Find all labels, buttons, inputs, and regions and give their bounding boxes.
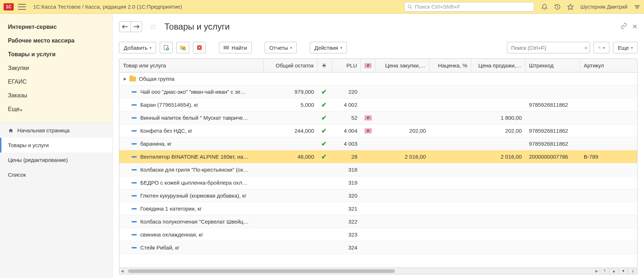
actions-button[interactable]: Действия▾ [310,42,347,53]
page-header: ☆ Товары и услуги ✕ [119,14,638,40]
col-stock[interactable]: Общий остаток [264,59,318,72]
home-icon [8,128,14,133]
col-article[interactable]: Артикул [580,59,631,72]
check-icon: ✔ [321,114,327,122]
tab-item[interactable]: Цены (редактирование) [0,153,112,167]
favorite-star-icon[interactable]: ☆ [149,22,157,32]
scroll-up-icon[interactable]: ▲ [609,268,618,274]
table-row[interactable]: Говядина 1 категории, кг321 [119,202,637,215]
reports-button[interactable]: Отчеты▾ [265,42,297,53]
col-badge[interactable]: ₽ [361,59,375,72]
svg-rect-26 [323,63,325,65]
col-markup[interactable]: Наценка, % [429,59,471,72]
clear-search-icon[interactable]: × [585,45,588,51]
expand-icon[interactable]: ▶ [124,77,127,81]
item-name: свинина охлажденная, кг [140,231,203,238]
table-row[interactable]: Винный напиток белый " Мускат тавриче…✔5… [119,111,637,124]
tab-item[interactable]: Список [0,167,112,182]
sidebar: Интернет-сервисРабочее место кассираТова… [0,14,113,278]
folder-icon [129,76,136,81]
table-row[interactable]: баранина, кг✔4 0039785926811862 [119,137,637,150]
find-button[interactable]: Найти [219,42,252,53]
item-name: БЕДРО с кожей цыпленка-бройлера охл… [140,180,247,186]
svg-line-24 [600,48,601,49]
table-row[interactable]: БЕДРО с кожей цыпленка-бройлера охл…319 [119,176,637,189]
table-row[interactable]: Конфета без НДС, кг244,000✔4 004₽202,002… [119,124,637,137]
window-title: 1С:Касса Тестовое / Касса, редакция 2.0 … [33,4,182,10]
group-row[interactable]: ▶Общая группа [119,72,637,85]
check-icon: ✔ [321,88,327,96]
global-search[interactable]: Поиск Ctrl+Shift+F [404,2,534,12]
col-name[interactable]: Товар или услуга [119,59,264,72]
table-row[interactable]: Баран (7796514654), кг5,000✔4 0029785926… [119,98,637,111]
table-search-input[interactable] [507,42,590,53]
user-name[interactable]: Шустерняк Дмитрий [580,4,627,10]
col-plu[interactable]: PLU [332,59,361,72]
scroll-bottom-icon[interactable]: ⤓ [628,268,637,274]
item-name: Колбаски для гриля "По-крестьянски" (ох… [140,167,249,173]
close-icon[interactable]: ✕ [632,23,638,31]
scroll-top-icon[interactable]: ⤒ [600,268,609,274]
item-icon [132,169,137,171]
back-button[interactable] [119,21,131,32]
nav-item[interactable]: Рабочее место кассира [0,34,112,48]
history-icon[interactable] [554,4,561,10]
new-item-button[interactable] [160,42,173,53]
item-name: Глютен кукурузный (кормовая добавка), кг [140,193,247,199]
bell-icon[interactable] [541,4,548,10]
nav-item[interactable]: Закупки [0,61,112,75]
nav-item[interactable]: Заказы [0,89,112,102]
more-button[interactable]: Еще▾ [613,42,638,53]
add-button[interactable]: Добавить▾ [119,42,156,53]
svg-point-23 [599,47,600,48]
check-icon: ✔ [321,153,327,161]
item-name: Говядина 1 категории, кг [140,206,202,212]
col-buy[interactable]: Цена закупки,… [375,59,429,72]
delete-button[interactable] [193,42,206,53]
star-icon[interactable] [567,4,574,10]
settings-menu-icon[interactable] [634,4,640,9]
horizontal-scrollbar[interactable]: ◀ ▶ ⤒ ▲ ▼ ⤓ [119,268,637,274]
item-icon [132,143,137,145]
search-icon [598,45,601,50]
table-row[interactable]: Чай ооо "диас-эко" "иван-чай-иван" с зе…… [119,85,637,98]
money-icon: ₽ [365,63,371,68]
app-logo: 1C [4,3,14,10]
col-check[interactable] [318,59,332,72]
nav-item[interactable]: Товары и услуги [0,48,112,61]
item-icon [132,104,137,106]
check-icon: ✔ [321,140,327,148]
tab-item[interactable]: Товары и услуги [0,138,112,153]
tab-item[interactable]: Начальная страница [0,123,112,138]
item-icon [132,182,137,184]
new-folder-button[interactable] [176,42,189,53]
data-table: Товар или услуга Общий остаток PLU ₽ Цен… [119,58,638,274]
link-icon[interactable] [621,23,627,31]
table-row[interactable]: Колбаски для гриля "По-крестьянски" (ох…… [119,163,637,176]
nav-item[interactable]: ЕГАИС [0,75,112,89]
scroll-down-icon[interactable]: ▼ [618,268,628,274]
table-header: Товар или услуга Общий остаток PLU ₽ Цен… [119,59,637,72]
table-row[interactable]: Вентилятор BINATONE ALPINE 160вт, на…46,… [119,150,637,163]
nav-item[interactable]: Интернет-сервис [0,20,112,34]
table-row[interactable]: свинина охлажденная, кг323 [119,228,637,241]
col-barcode[interactable]: Штрихкод [525,59,580,72]
table-search[interactable]: × [507,42,590,53]
item-name: Баран (7796514654), кг [140,102,198,108]
item-icon [132,247,137,248]
forward-button[interactable] [131,21,142,32]
menu-icon[interactable] [18,4,26,10]
printer-icon [321,63,327,68]
item-icon [132,156,137,158]
search-button[interactable]: ▾ [594,42,609,53]
item-icon [132,234,137,235]
content-area: ☆ Товары и услуги ✕ Добавить▾ [113,14,644,278]
money-icon: ₽ [365,128,372,133]
nav-item[interactable]: Еще [0,102,112,116]
svg-marker-2 [568,4,573,9]
table-row[interactable]: Глютен кукурузный (кормовая добавка), кг… [119,189,637,202]
table-row[interactable]: Стейк Рибай, кг324 [119,241,637,254]
table-row[interactable]: Колбаса полукопченая "Сервелат Швейц…322 [119,215,637,228]
col-sell[interactable]: Цена продажи,… [471,59,525,72]
toolbar: Добавить▾ Найти Отчеты▾ Действия▾ × [119,40,638,58]
